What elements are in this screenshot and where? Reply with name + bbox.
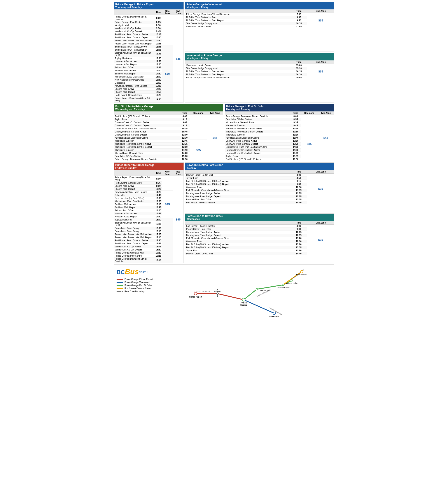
svg-text:Prince: Prince [241,302,247,304]
two-zone-price: $45 [173,15,184,102]
pg-to-fj-table: Prince George to Fort St. John Monday an… [225,104,334,161]
mid-section: Fort St. John to Prince George Wednesday… [114,104,334,161]
svg-text:Valemount: Valemount [269,315,279,318]
legend-label-fndc: Fort Nelson-Dawson Creek [124,287,151,290]
city-dot-prince-rupert [194,292,197,295]
svg-line-2 [217,294,244,300]
valemount-to-pg-header: Valemount to Prince George Monday and Fr… [185,53,334,60]
table-row: Fort Nelson: Phoenix Theatre8:00$35 [185,225,334,228]
legend-item-fndc: Fort Nelson-Dawson Creek [117,287,160,290]
bc-bus-logo-area: BCBusNORTH [117,267,160,276]
dc-to-fn-table: Dawson Creek to Fort Nelson Tuesday Time… [185,162,334,212]
fj-to-pg-title: Fort St. John to Prince George [115,105,222,108]
table-row: Fort St. John (100 St. and 100 Ave.)8:00… [114,115,223,118]
city-dot-mackenzie [256,288,258,290]
svg-text:Fort Nelson: Fort Nelson [296,273,307,276]
legend-item-pgfj: Prince George-Fort St. John [117,284,160,287]
svg-text:Fort St. John: Fort St. John [286,282,297,284]
bottom-section: Prince Rupert to Prince George Friday an… [114,162,334,263]
bc-bus-logo: BCBusNORTH [117,267,147,276]
valemount-to-pg-title: Valemount to Prince George [187,54,333,57]
legend-item-fare-zone: Fare Zone Boundary [117,290,160,293]
svg-text:Mackenzie: Mackenzie [260,289,270,291]
city-dot-fort-st-john [291,280,293,281]
svg-text:Prince Rupert: Prince Rupert [189,296,202,298]
pg-to-valemount-days: Monday and Friday [187,6,333,9]
table-row: Valemount: Health Centre15:00$35 [185,64,334,67]
legend-dashed-line [117,291,123,292]
dc-to-fn-header: Dawson Creek to Fort Nelson Tuesday [185,163,334,170]
col-one-zone: One Zone [162,9,173,15]
pg-to-valemount-table: Prince George to Valemount Monday and Fr… [185,2,334,52]
city-dot-valemount [273,312,276,315]
city-dot-dawson-creek [282,284,284,286]
legend-label-fare-zone: Fare Zone Boundary [124,290,145,293]
map-legend-area: BCBusNORTH Prince George-Prince Rupert P… [117,267,160,293]
map-legend: Prince George-Prince Rupert Prince Georg… [117,278,160,293]
route-map-svg: 2 Round Trips/week 2 Round Trips/week 1 … [165,267,331,320]
page-container: Prince George to Prince Rupert Thursday … [112,0,336,326]
pg-to-valemount-data: Time One Zone Prince George: Downtown 7t… [185,9,334,28]
svg-text:Dawson Creek: Dawson Creek [276,287,290,289]
map-container: BCBusNORTH Prince George-Prince Rupert P… [114,265,334,323]
table-row: Prince Rupert: Downtown (7th at 1st Ave.… [114,176,184,181]
table-row: Prince George: Downtown 7th and Dominion… [225,115,334,118]
table-row: Dawson Creek: Co-Op Mall8:00$35 [185,174,334,177]
table-row: Prince George: Downtown 7th and Dominion… [185,13,334,16]
legend-line-yellow [117,288,123,289]
pr-to-pg-title: Prince Rupert to Prince George [115,163,182,167]
fn-to-dc-days: Wednesday [187,218,333,220]
fn-to-dc-data: Time One Zone Fort Nelson: Phoenix Theat… [185,221,334,255]
fn-to-dc-title: Fort Nelson to Dawson Creek [187,215,333,218]
svg-line-4 [244,289,257,300]
fn-to-dc-header: Fort Nelson to Dawson Creek Wednesday [185,214,334,221]
legend-label-pgpr: Prince George-Prince Rupert [124,278,153,280]
fj-to-pg-header: Fort St. John to Prince George Wednesday… [114,104,223,111]
city-dot-fort-nelson [300,270,303,273]
map-svg-area: 2 Round Trips/week 2 Round Trips/week 1 … [165,267,331,320]
pg-to-valemount-title: Prince George to Valemount [187,3,333,6]
pg-to-fj-data: Time One Zone Two Zone Prince George: Do… [225,111,334,161]
city-dot-smithers [217,293,218,294]
city-dot-prince-george [242,298,245,301]
valemount-to-pg-days: Monday and Friday [187,57,333,60]
one-zone-price: $35 [162,45,173,102]
pg-to-pr-title: Prince George to Prince Rupert [115,3,182,6]
svg-text:2 Round Trips/week: 2 Round Trips/week [194,290,210,292]
pg-to-valemount-header: Prince George to Valemount Monday and Fr… [185,2,334,9]
valemount-to-pg-table: Valemount to Prince George Monday and Fr… [185,53,334,103]
svg-text:Smithers: Smithers [213,290,221,292]
pg-to-fj-header: Prince George to Fort St. John Monday an… [225,104,334,111]
svg-text:George: George [240,304,247,306]
legend-item-pgpr: Prince George-Prince Rupert [117,278,160,280]
fn-to-dc-table: Fort Nelson to Dawson Creek Wednesday Ti… [185,214,334,263]
legend-label-pgval: Prince George-Valemount [124,281,150,284]
fj-to-pg-table: Fort St. John to Prince George Wednesday… [114,104,223,161]
valemount-to-pg-data: Time One Zone Valemount: Health Centre15… [185,60,334,79]
pr-to-pg-days: Friday and Sunday [115,167,182,169]
dc-to-fn-days: Tuesday [187,167,333,169]
pg-to-pr-data: Time One Zone Two Zone Prince George: Do… [114,9,184,102]
pg-to-pr-days: Thursday and Saturday [115,6,182,9]
legend-item-pgval: Prince George-Valemount [117,281,160,284]
fj-to-pg-days: Wednesday and Thursday [115,108,222,110]
pr-to-pg-data: Time One Zone Two Zone Prince Rupert: Do… [114,170,184,263]
pr-to-pg-header: Prince Rupert to Prince George Friday an… [114,163,184,170]
pg-to-fj-days: Monday and Tuesday [226,108,333,110]
pr-to-pg-table: Prince Rupert to Prince George Friday an… [114,162,184,263]
pg-to-pr-header: Prince George to Prince Rupert Thursday … [114,2,184,9]
table-row: Prince George: Downtown 7th at Dominion8… [114,15,184,21]
legend-line-blue [117,282,123,283]
col-time: Time [155,9,162,15]
legend-line-red [117,279,123,280]
col-two-zone: Two Zone [173,9,184,15]
map-section: BCBusNORTH Prince George-Prince Rupert P… [114,265,334,323]
top-section: Prince George to Prince Rupert Thursday … [114,2,334,103]
legend-line-green [117,285,123,286]
dc-to-fn-data: Time One Zone Dawson Creek: Co-Op Mall8:… [185,170,334,204]
dc-to-fn-title: Dawson Creek to Fort Nelson [187,163,333,167]
pg-to-pr-table: Prince George to Prince Rupert Thursday … [114,2,184,103]
legend-label-pgfj: Prince George-Fort St. John [124,284,152,287]
fj-to-pg-data: Time One Zone Two Zone Fort St. John (10… [114,111,223,161]
col-location [114,9,155,15]
